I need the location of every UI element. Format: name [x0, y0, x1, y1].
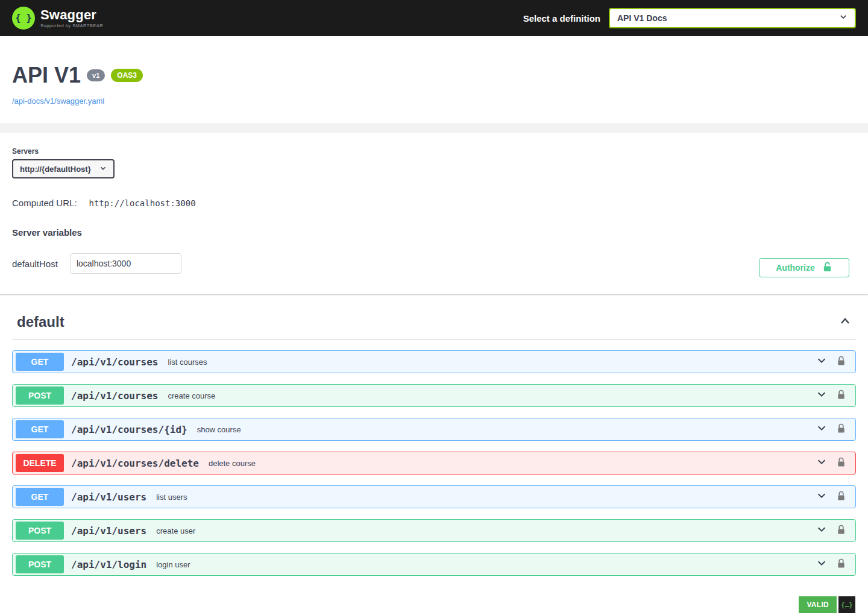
operation-summary: login user — [156, 560, 816, 569]
operations-list: GET /api/v1/courses list courses POST /a… — [12, 350, 856, 576]
operation-path: /api/v1/courses — [71, 390, 159, 402]
server-select[interactable]: http://{defaultHost} — [12, 159, 115, 178]
oas3-badge: OAS3 — [111, 69, 143, 82]
chevron-down-icon — [816, 558, 827, 571]
operation-path: /api/v1/courses — [71, 356, 159, 368]
authorization-lock-button[interactable] — [837, 457, 846, 469]
section-divider — [0, 123, 868, 133]
definition-select-label: Select a definition — [523, 13, 600, 24]
operation-summary: list courses — [168, 358, 817, 367]
operation-row[interactable]: GET /api/v1/courses/{id} show course — [12, 418, 856, 441]
server-variable-input[interactable] — [70, 253, 181, 274]
chevron-down-icon — [816, 456, 827, 470]
operation-method-badge: POST — [16, 386, 64, 405]
logo-title: Swagger — [40, 8, 103, 22]
computed-url-label: Computed URL: — [12, 198, 77, 208]
lock-icon — [837, 423, 846, 435]
lock-icon — [837, 491, 846, 503]
chevron-down-icon — [816, 389, 827, 402]
swagger-logo-link[interactable]: { } Swagger Supported by SMARTBEAR — [12, 7, 103, 30]
tag-title: default — [17, 314, 64, 330]
lock-icon — [837, 525, 846, 537]
page-title: API V1 — [12, 63, 81, 88]
authorize-button-label: Authorize — [776, 263, 815, 273]
operation-row[interactable]: POST /api/v1/users create user — [12, 519, 856, 542]
chevron-down-icon — [816, 423, 827, 436]
operation-row[interactable]: GET /api/v1/courses list courses — [12, 350, 856, 373]
operation-method-badge: GET — [16, 353, 64, 371]
authorization-lock-button[interactable] — [837, 525, 846, 537]
spec-yaml-link[interactable]: /api-docs/v1/swagger.yaml — [12, 96, 104, 106]
operation-summary: delete course — [209, 459, 816, 468]
server-variable-row: defaultHost — [12, 253, 856, 274]
topbar: { } Swagger Supported by SMARTBEAR Selec… — [0, 0, 868, 36]
servers-label: Servers — [12, 147, 856, 156]
lock-icon — [837, 356, 846, 368]
validator-badge-link[interactable]: VALID {…} — [799, 596, 855, 613]
chevron-down-icon — [816, 355, 827, 368]
operation-path: /api/v1/courses/delete — [71, 458, 199, 469]
chevron-down-icon — [839, 13, 848, 24]
validator-braces-icon: {…} — [838, 596, 855, 613]
authorize-button[interactable]: Authorize — [759, 258, 849, 277]
operation-summary: create course — [168, 391, 817, 400]
authorization-lock-button[interactable] — [837, 423, 846, 435]
logo-tagline: Supported by SMARTBEAR — [40, 24, 103, 28]
chevron-down-icon — [816, 524, 827, 537]
operation-path: /api/v1/users — [71, 525, 146, 537]
operation-summary: create user — [156, 526, 816, 535]
chevron-down-icon — [99, 163, 107, 174]
server-variables-heading: Server variables — [12, 227, 856, 238]
authorization-lock-button[interactable] — [837, 558, 846, 570]
operation-method-badge: GET — [16, 420, 64, 438]
validator-bar: VALID {…} — [0, 587, 868, 615]
operation-row[interactable]: GET /api/v1/users list users — [12, 485, 856, 508]
lock-icon — [837, 457, 846, 469]
operations-section: default GET /api/v1/courses list courses — [0, 294, 868, 576]
collapse-section-button[interactable] — [839, 315, 851, 329]
operation-method-badge: POST — [16, 555, 64, 573]
version-badge: v1 — [87, 69, 105, 81]
operation-method-badge: GET — [16, 488, 64, 506]
authorization-lock-button[interactable] — [837, 491, 846, 503]
unlock-icon — [822, 262, 832, 274]
lock-icon — [837, 390, 846, 402]
operation-path: /api/v1/login — [71, 559, 146, 570]
info-section: API V1 v1 OAS3 /api-docs/v1/swagger.yaml — [0, 36, 868, 123]
scheme-container: Servers http://{defaultHost} Computed UR… — [0, 133, 868, 294]
definition-select[interactable]: API V1 Docs — [609, 8, 856, 28]
operation-path: /api/v1/courses/{id} — [71, 424, 187, 435]
tag-header-default[interactable]: default — [12, 310, 856, 339]
server-variable-name: defaultHost — [12, 259, 58, 269]
operation-row[interactable]: DELETE /api/v1/courses/delete delete cou… — [12, 452, 856, 475]
operation-method-badge: DELETE — [16, 454, 64, 472]
swagger-logo-icon: { } — [12, 7, 35, 30]
operation-method-badge: POST — [16, 522, 64, 540]
operation-path: /api/v1/users — [71, 491, 146, 503]
lock-icon — [837, 558, 846, 570]
operation-summary: list users — [156, 493, 816, 502]
server-select-value: http://{defaultHost} — [20, 165, 91, 174]
operation-row[interactable]: POST /api/v1/courses create course — [12, 384, 856, 407]
computed-url-value: http://localhost:3000 — [89, 198, 196, 208]
authorization-lock-button[interactable] — [837, 356, 846, 368]
chevron-up-icon — [839, 315, 851, 329]
operation-summary: show course — [197, 425, 816, 434]
validator-status: VALID — [799, 596, 837, 613]
operation-row[interactable]: POST /api/v1/login login user — [12, 553, 856, 576]
definition-select-value: API V1 Docs — [617, 13, 667, 23]
chevron-down-icon — [816, 490, 827, 503]
authorization-lock-button[interactable] — [837, 390, 846, 402]
